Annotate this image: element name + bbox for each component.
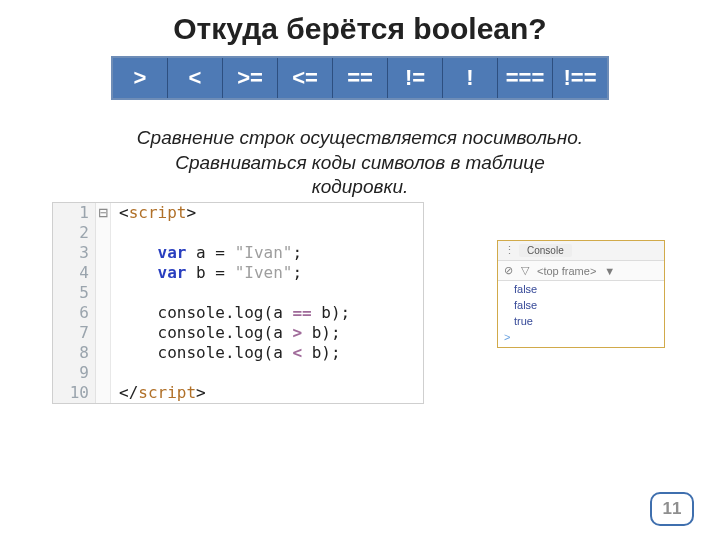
line-number: 4 [53,263,96,283]
console-tabbar: ⋮ Console [498,241,664,261]
description: Сравнение строк осуществляется посимволь… [0,100,720,200]
console-output: true [498,313,664,329]
line-number: 3 [53,243,96,263]
console-output: false [498,297,664,313]
op-cell: ! [443,57,498,99]
grip-icon: ⋮ [504,244,513,257]
line-number: 9 [53,363,96,383]
op-cell: < [168,57,223,99]
note-line: Сравнение строк осуществляется посимволь… [137,127,583,148]
console-toolbar: ⊘ ▽ <top frame> ▼ [498,261,664,281]
op-cell: !== [553,57,609,99]
line-number: 7 [53,323,96,343]
line-number: 5 [53,283,96,303]
chevron-down-icon: ▼ [604,265,615,277]
console-tab: Console [519,244,572,257]
code-editor: 1⊟<script> 2 3 var a = "Ivan"; 4 var b =… [52,202,424,404]
line-number: 10 [53,383,96,403]
slide-title: Откуда берётся boolean? [0,0,720,52]
frame-select: <top frame> [537,265,596,277]
console-output: false [498,281,664,297]
filter-icon: ▽ [521,264,529,277]
note-line: кодировки. [312,176,408,197]
console-panel: ⋮ Console ⊘ ▽ <top frame> ▼ false false … [497,240,665,348]
clear-icon: ⊘ [504,264,513,277]
op-cell: != [388,57,443,99]
line-number: 1 [53,203,96,223]
line-number: 8 [53,343,96,363]
op-cell: <= [278,57,333,99]
note-line: Сравниваться коды символов в таблице [175,152,545,173]
page-number: 11 [650,492,694,526]
line-number: 2 [53,223,96,243]
fold-icon: ⊟ [96,203,111,223]
console-prompt: > [498,329,664,347]
line-number: 6 [53,303,96,323]
op-cell: > [112,57,168,99]
op-cell: === [498,57,553,99]
op-cell: == [333,57,388,99]
op-cell: >= [223,57,278,99]
operators-table: > < >= <= == != ! === !== [111,56,609,100]
